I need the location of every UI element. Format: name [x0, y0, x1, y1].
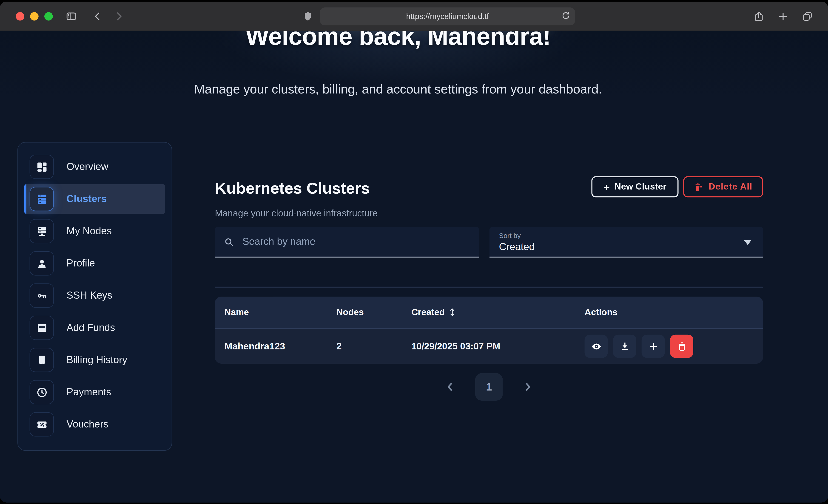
sidebar-item-label: SSH Keys — [67, 290, 112, 301]
column-header-nodes: Nodes — [336, 307, 411, 318]
sidebar-item-label: Vouchers — [67, 419, 109, 430]
sidebar-item-label: Payments — [67, 386, 111, 398]
sort-updown-icon — [449, 307, 456, 317]
cluster-actions: + New Cluster Delete All — [215, 176, 763, 197]
sidebar-item-label: Profile — [67, 257, 95, 269]
pagination: 1 — [215, 373, 763, 401]
forward-button[interactable] — [111, 8, 127, 24]
address-bar[interactable] — [320, 7, 575, 25]
sidebar-item-ssh-keys[interactable]: SSH Keys — [24, 281, 165, 310]
download-icon — [619, 341, 630, 352]
table-header-row: Name Nodes Created Actions — [215, 297, 763, 329]
sidebar-item-label: Clusters — [67, 193, 107, 205]
delete-all-button[interactable]: Delete All — [684, 176, 763, 197]
download-kubeconfig-button[interactable] — [613, 335, 636, 358]
share-button[interactable] — [751, 8, 767, 24]
key-icon — [36, 289, 48, 302]
share-icon — [753, 10, 765, 22]
sidebar-item-label: Billing History — [67, 354, 127, 366]
sidebar-item-payments[interactable]: Payments — [24, 377, 165, 407]
welcome-heading: Welcome back, Mahendra! — [0, 31, 796, 51]
sidebar-item-profile[interactable]: Profile — [24, 249, 165, 278]
sidebar-toggle-button[interactable] — [64, 8, 79, 24]
sidebar-nav: Overview Clusters — [17, 142, 172, 451]
dashboard-icon — [36, 161, 48, 173]
trash-sweep-icon — [694, 182, 704, 192]
privacy-shield-button[interactable] — [303, 10, 313, 22]
sort-value: Created — [499, 241, 753, 253]
page-subtitle: Manage your cloud-native infrastructure — [215, 208, 378, 219]
add-node-button[interactable] — [641, 335, 665, 358]
close-window-button[interactable] — [16, 12, 24, 20]
new-cluster-button[interactable]: + New Cluster — [591, 176, 678, 197]
sidebar-toggle-icon — [66, 10, 77, 22]
minimize-window-button[interactable] — [30, 12, 39, 20]
previous-page-button[interactable] — [444, 381, 456, 393]
browser-toolbar — [0, 2, 828, 31]
column-header-actions: Actions — [585, 307, 753, 318]
traffic-lights — [16, 12, 53, 20]
clusters-table: Name Nodes Created Actions Mahendra123 2… — [215, 297, 763, 364]
server-stack-icon — [36, 193, 48, 205]
sidebar-item-billing-history[interactable]: Billing History — [24, 345, 165, 375]
chevron-down-icon — [744, 240, 751, 245]
chevron-left-icon — [92, 10, 104, 22]
trash-icon — [676, 341, 687, 352]
clock-icon — [36, 386, 48, 398]
plus-icon — [648, 341, 659, 352]
view-cluster-button[interactable] — [585, 335, 608, 358]
reload-button[interactable] — [561, 10, 571, 23]
sidebar-item-my-nodes[interactable]: My Nodes — [24, 216, 165, 246]
delete-cluster-button[interactable] — [670, 335, 693, 358]
filters-row: Sort by Created — [215, 227, 763, 257]
sidebar-item-label: Add Funds — [67, 322, 115, 334]
receipt-icon — [36, 354, 48, 366]
tab-overview-button[interactable] — [799, 8, 815, 24]
sidebar-item-clusters[interactable]: Clusters — [24, 184, 165, 214]
back-button[interactable] — [90, 8, 106, 24]
reload-icon — [561, 10, 571, 20]
page-number-button[interactable]: 1 — [475, 373, 503, 401]
column-header-name: Name — [224, 307, 336, 318]
sidebar-item-label: My Nodes — [67, 225, 112, 237]
search-box[interactable] — [215, 227, 479, 257]
search-icon — [223, 236, 235, 247]
address-input[interactable] — [346, 11, 549, 21]
sidebar-item-add-funds[interactable]: Add Funds — [24, 313, 165, 343]
cluster-nodes: 2 — [336, 341, 411, 352]
cluster-name: Mahendra123 — [224, 341, 336, 352]
browser-window: Welcome back, Mahendra! Manage your clus… — [0, 2, 828, 503]
table-row: Mahendra123 2 10/29/2025 03:07 PM — [215, 329, 763, 364]
page-content: Welcome back, Mahendra! Manage your clus… — [0, 31, 828, 503]
sidebar-item-vouchers[interactable]: Vouchers — [24, 410, 165, 439]
sort-select[interactable]: Sort by Created — [490, 227, 763, 257]
user-icon — [36, 257, 48, 269]
row-actions — [585, 335, 753, 358]
shield-icon — [303, 10, 313, 22]
ticket-percent-icon — [36, 418, 48, 430]
sidebar-item-overview[interactable]: Overview — [24, 152, 165, 182]
sort-label: Sort by — [499, 232, 753, 240]
chevron-right-icon — [113, 10, 125, 22]
column-header-created[interactable]: Created — [411, 307, 585, 318]
eye-icon — [591, 341, 602, 352]
section-divider — [215, 287, 763, 288]
cluster-created: 10/29/2025 03:07 PM — [411, 341, 585, 352]
welcome-subtitle: Manage your clusters, billing, and accou… — [0, 82, 796, 96]
chevron-right-icon — [522, 381, 534, 393]
next-page-button[interactable] — [522, 381, 534, 393]
tabs-icon — [801, 10, 813, 22]
chevron-left-icon — [444, 381, 456, 393]
search-input[interactable] — [241, 236, 470, 248]
plus-icon — [777, 10, 789, 22]
wallet-icon — [36, 322, 48, 334]
sidebar-item-label: Overview — [67, 161, 109, 173]
nodes-icon — [36, 225, 48, 237]
zoom-window-button[interactable] — [44, 12, 53, 20]
new-tab-button[interactable] — [775, 8, 791, 24]
plus-icon: + — [603, 181, 610, 192]
